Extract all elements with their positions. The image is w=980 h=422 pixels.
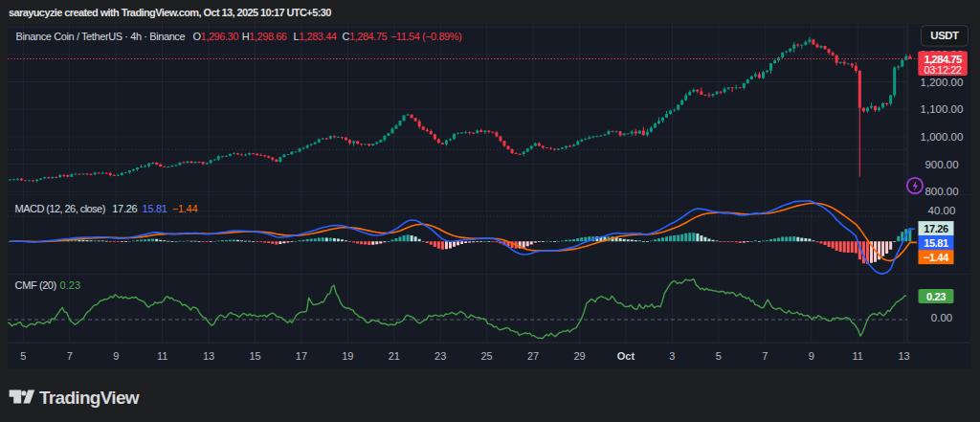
svg-text:19: 19 <box>342 350 353 362</box>
svg-text:7: 7 <box>67 350 73 362</box>
svg-text:9: 9 <box>809 350 814 362</box>
svg-text:03:12:22: 03:12:22 <box>924 64 962 76</box>
svg-text:15.81: 15.81 <box>924 237 948 249</box>
svg-text:USDT: USDT <box>930 30 959 41</box>
svg-text:17: 17 <box>296 350 307 362</box>
svg-text:11: 11 <box>852 350 862 362</box>
svg-text:1,100.00: 1,100.00 <box>921 103 964 115</box>
svg-text:40.00: 40.00 <box>928 205 956 216</box>
svg-text:13: 13 <box>898 350 909 362</box>
svg-text:O1,296.30H1,298.66L1,283.44C1,: O1,296.30H1,298.66L1,283.44C1,284.75−11.… <box>193 31 462 42</box>
svg-text:7: 7 <box>762 350 768 362</box>
svg-text:Binance Coin / TetherUS · 4h ·: Binance Coin / TetherUS · 4h · Binance <box>16 31 186 42</box>
svg-text:0.00: 0.00 <box>931 312 952 323</box>
svg-text:5: 5 <box>20 350 26 362</box>
svg-text:900.00: 900.00 <box>924 159 958 170</box>
svg-text:15: 15 <box>249 350 260 362</box>
svg-text:17.2615.81−1.44: 17.2615.81−1.44 <box>112 203 197 214</box>
svg-text:0.23: 0.23 <box>60 279 80 291</box>
svg-text:3: 3 <box>669 350 675 362</box>
svg-text:1,000.00: 1,000.00 <box>921 131 964 143</box>
svg-text:25: 25 <box>480 350 492 362</box>
svg-text:−1.44: −1.44 <box>924 252 949 263</box>
svg-text:29: 29 <box>573 350 585 362</box>
svg-text:0.23: 0.23 <box>926 291 946 302</box>
svg-text:17.26: 17.26 <box>924 223 948 234</box>
svg-text:21: 21 <box>389 350 400 362</box>
svg-text:1,200.00: 1,200.00 <box>921 77 964 88</box>
svg-text:MACD (12, 26, close): MACD (12, 26, close) <box>15 203 105 214</box>
svg-text:5: 5 <box>716 350 722 362</box>
svg-text:800.00: 800.00 <box>924 186 958 197</box>
svg-text:Oct: Oct <box>617 350 635 362</box>
svg-text:9: 9 <box>113 350 119 362</box>
svg-text:TradingView: TradingView <box>39 388 140 408</box>
svg-text:sarayucyzie created with Tradi: sarayucyzie created with TradingView.com… <box>9 7 331 18</box>
svg-text:27: 27 <box>527 350 539 362</box>
svg-text:23: 23 <box>434 350 446 362</box>
svg-text:CMF (20): CMF (20) <box>15 279 56 291</box>
svg-text:13: 13 <box>203 350 214 362</box>
svg-text:11: 11 <box>157 350 167 362</box>
